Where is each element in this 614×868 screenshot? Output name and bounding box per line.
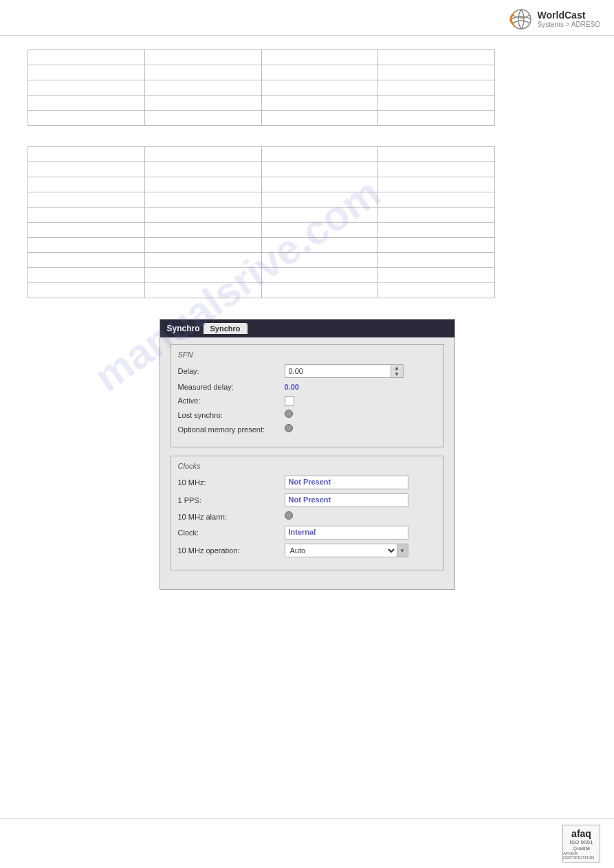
afaq-badge: afaq ISO 9001 Qualité AFNOR CERTIFICATIO…	[562, 825, 600, 863]
mhz10-operation-arrow[interactable]: ▼	[397, 544, 408, 557]
table-cell	[144, 147, 261, 162]
mhz10-alarm-led-wrap	[285, 511, 437, 522]
table-cell	[261, 162, 378, 177]
optional-memory-led-wrap	[285, 424, 437, 434]
optional-memory-led	[285, 424, 293, 432]
active-label: Active:	[178, 397, 285, 405]
afaq-logo-text: afaq	[571, 828, 591, 839]
table-cell	[144, 192, 261, 208]
table-cell	[28, 253, 145, 268]
synchro-title-label: Synchro	[167, 324, 200, 333]
table-cell	[378, 253, 495, 268]
header: WorldCast Systems > ADRESO	[0, 0, 614, 36]
table-cell	[378, 192, 495, 208]
measured-delay-value: 0.00	[285, 381, 299, 392]
delay-down-btn[interactable]: ▼	[391, 371, 403, 377]
active-checkbox-wrap	[285, 396, 437, 405]
pps1-value-wrap: Not Present	[285, 493, 437, 507]
mhz10-operation-wrap: AutoManualOff ▼	[285, 544, 437, 557]
clock-row: Clock: Internal	[178, 526, 437, 539]
table-cell	[261, 223, 378, 238]
delay-row: Delay: ▲ ▼	[178, 364, 437, 378]
lost-synchro-row: Lost synchro:	[178, 410, 437, 420]
clocks-section: Clocks 10 MHz: Not Present 1 PPS: Not Pr…	[171, 456, 444, 570]
table-cell	[144, 50, 261, 65]
logo-text-block: WorldCast Systems > ADRESO	[538, 10, 600, 28]
lost-synchro-led	[285, 410, 293, 418]
table-cell	[261, 96, 378, 111]
table-cell	[144, 65, 261, 80]
mhz10-operation-row: 10 MHz operation: AutoManualOff ▼	[178, 544, 437, 557]
lost-synchro-label: Lost synchro:	[178, 411, 285, 419]
table-cell	[378, 177, 495, 192]
table-cell	[261, 147, 378, 162]
logo-area: WorldCast Systems > ADRESO	[509, 7, 600, 32]
delay-up-btn[interactable]: ▲	[391, 365, 403, 371]
table-cell	[144, 223, 261, 238]
table-cell	[28, 283, 145, 298]
clock-label: Clock:	[178, 528, 285, 537]
delay-spinner: ▲ ▼	[285, 364, 408, 378]
delay-value-wrap: ▲ ▼	[285, 364, 437, 378]
table-1	[28, 49, 495, 126]
table-cell	[144, 268, 261, 283]
table-cell	[378, 80, 495, 96]
iso-label: ISO 9001	[570, 839, 593, 845]
mhz10-operation-dropdown[interactable]: AutoManualOff ▼	[285, 544, 408, 557]
sfn-section: SFN Delay: ▲ ▼	[171, 344, 444, 447]
table-cell	[261, 283, 378, 298]
table-cell	[28, 268, 145, 283]
mhz10-operation-select[interactable]: AutoManualOff	[285, 544, 397, 557]
table-cell	[261, 80, 378, 96]
table-cell	[144, 111, 261, 126]
table-cell	[28, 65, 145, 80]
table-cell	[144, 208, 261, 223]
lost-synchro-led-wrap	[285, 410, 437, 420]
table-cell	[261, 50, 378, 65]
synchro-body: SFN Delay: ▲ ▼	[160, 337, 454, 589]
pps1-row: 1 PPS: Not Present	[178, 493, 437, 507]
clocks-label: Clocks	[178, 462, 437, 470]
table-cell	[144, 162, 261, 177]
mhz10-row: 10 MHz: Not Present	[178, 476, 437, 489]
delay-label: Delay:	[178, 367, 285, 375]
table-cell	[261, 253, 378, 268]
pps1-field: Not Present	[285, 493, 408, 507]
footer: afaq ISO 9001 Qualité AFNOR CERTIFICATIO…	[0, 819, 614, 868]
table-cell	[261, 208, 378, 223]
delay-input[interactable]	[285, 364, 391, 378]
table-cell	[144, 238, 261, 253]
optional-memory-row: Optional memory present:	[178, 424, 437, 434]
table-cell	[378, 162, 495, 177]
active-row: Active:	[178, 396, 437, 405]
table-cell	[144, 283, 261, 298]
table-cell	[144, 253, 261, 268]
synchro-tab[interactable]: Synchro	[204, 323, 248, 334]
table-cell	[28, 50, 145, 65]
measured-delay-label: Measured delay:	[178, 383, 285, 391]
table-cell	[378, 223, 495, 238]
table-cell	[378, 147, 495, 162]
logo-sub: Systems > ADRESO	[538, 21, 600, 28]
table-cell	[28, 111, 145, 126]
table-cell	[378, 283, 495, 298]
table-cell	[28, 162, 145, 177]
table-cell	[261, 177, 378, 192]
pps1-label: 1 PPS:	[178, 496, 285, 504]
mhz10-alarm-led	[285, 511, 293, 520]
table-cell	[378, 65, 495, 80]
mhz10-operation-label: 10 MHz operation:	[178, 546, 285, 555]
table-cell	[261, 238, 378, 253]
delay-spinner-btns: ▲ ▼	[391, 364, 404, 378]
table-cell	[378, 268, 495, 283]
optional-memory-label: Optional memory present:	[178, 425, 285, 434]
synchro-widget: Synchro Synchro SFN Delay: ▲ ▼	[160, 319, 455, 590]
table-cell	[378, 111, 495, 126]
table-cell	[378, 96, 495, 111]
table-cell	[28, 96, 145, 111]
table-cell	[144, 80, 261, 96]
logo-brand: WorldCast	[538, 10, 600, 21]
active-checkbox[interactable]	[285, 396, 294, 405]
table-cell	[28, 80, 145, 96]
table-cell	[378, 208, 495, 223]
